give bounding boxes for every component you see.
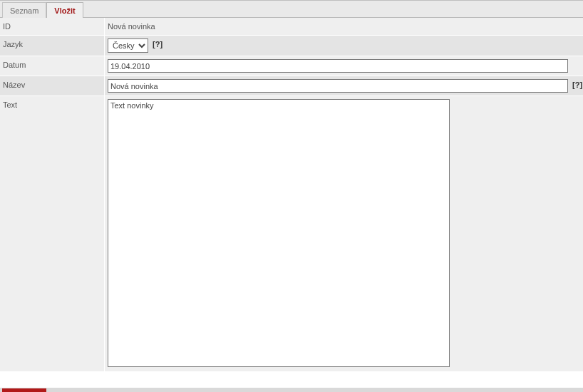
form: ID Nová novinka Jazyk Česky [?] Datum Ná…: [0, 18, 583, 372]
row-name: Název [?]: [0, 76, 583, 96]
date-input[interactable]: [108, 59, 568, 73]
text-textarea[interactable]: Text novinky: [108, 99, 450, 367]
footer-spacer: [0, 372, 583, 388]
tab-vlozit[interactable]: Vložit: [46, 2, 83, 18]
help-language-icon[interactable]: [?]: [153, 38, 162, 48]
value-id: Nová novinka: [108, 21, 155, 31]
submit-button-partial[interactable]: [2, 388, 46, 392]
name-input[interactable]: [108, 79, 568, 93]
row-id: ID Nová novinka: [0, 18, 583, 36]
label-id: ID: [0, 18, 105, 35]
row-text: Text Text novinky: [0, 96, 583, 372]
label-text: Text: [0, 96, 105, 371]
language-select[interactable]: Česky: [108, 38, 148, 53]
label-date: Datum: [0, 56, 105, 76]
footer-bar: [0, 388, 583, 392]
tab-bar: Seznam Vložit: [0, 1, 583, 18]
label-name: Název: [0, 76, 105, 96]
row-language: Jazyk Česky [?]: [0, 36, 583, 56]
help-name-icon[interactable]: [?]: [572, 79, 582, 89]
tab-seznam[interactable]: Seznam: [2, 2, 46, 18]
row-date: Datum: [0, 56, 583, 76]
label-language: Jazyk: [0, 36, 105, 56]
